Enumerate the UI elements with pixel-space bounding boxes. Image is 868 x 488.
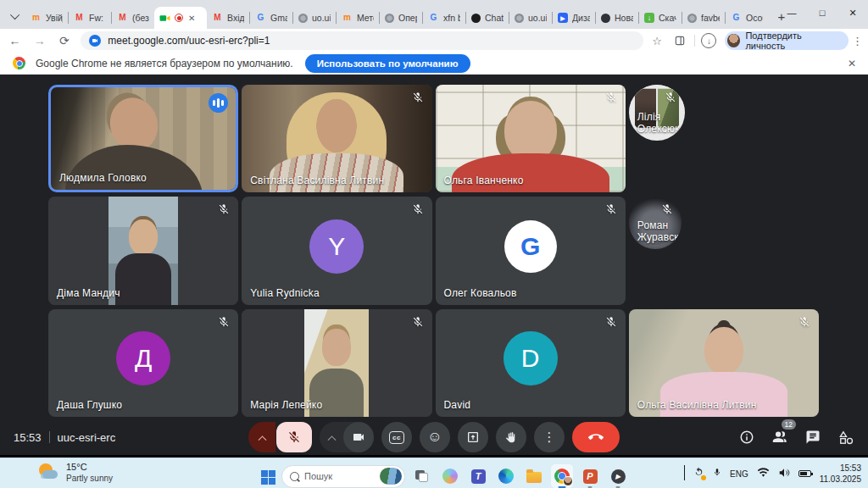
powerpoint-icon[interactable]: P — [579, 464, 601, 488]
activities-button[interactable] — [836, 427, 856, 447]
globe-favicon — [515, 14, 524, 23]
participant-tile-1[interactable]: Людмила Головко — [48, 85, 238, 192]
chrome-icon-active[interactable] — [551, 464, 573, 488]
banner-close-icon[interactable]: ✕ — [848, 58, 856, 69]
tab-15[interactable]: ↓Скач — [639, 7, 682, 29]
mic-mute-button[interactable] — [276, 422, 312, 452]
participant-tile-6[interactable]: YYulia Rydnicka — [242, 197, 431, 304]
system-tray: ENG 15:53 11.03.2025 — [684, 458, 861, 488]
tab-6[interactable]: GGmai — [250, 7, 292, 29]
call-controls: cc ☺ ⋮ — [248, 422, 620, 452]
language-indicator[interactable]: ENG — [730, 469, 748, 479]
forward-button[interactable]: → — [30, 30, 49, 51]
participant-tile-4[interactable]: Лілія Олексюк — [629, 85, 685, 141]
browser-menu-icon[interactable]: ⋮ — [852, 35, 863, 47]
tab-12[interactable]: uo.ui — [509, 7, 552, 29]
tab-16[interactable]: favbe — [682, 7, 725, 29]
participant-tile-7[interactable]: GОлег Ковальов — [436, 197, 626, 304]
participant-name: Ольга Василівна Литвин — [637, 399, 757, 411]
taskbar-search[interactable]: Пошук — [281, 465, 405, 488]
tab-list-chevron-icon[interactable] — [7, 5, 25, 27]
participant-tile-9[interactable]: ДДаша Глушко — [48, 309, 238, 417]
mic-muted-icon — [798, 316, 810, 331]
window-maximize-button[interactable]: □ — [807, 0, 837, 25]
reactions-button[interactable]: ☺ — [420, 422, 450, 452]
tab-14[interactable]: Нова — [596, 7, 638, 29]
raise-hand-button[interactable] — [496, 422, 526, 452]
tab-8[interactable]: mМето — [337, 7, 379, 29]
weather-temp: 15°C — [66, 462, 113, 474]
bookmark-star-icon[interactable]: ☆ — [648, 31, 666, 50]
start-button[interactable] — [261, 470, 275, 485]
copilot-button[interactable] — [439, 464, 461, 488]
participant-avatar: D — [504, 331, 558, 385]
tab-label: Увійд — [46, 13, 63, 23]
more-options-button[interactable]: ⋮ — [534, 422, 565, 452]
address-bar[interactable]: meet.google.com/uuc-esri-erc?pli=1 — [81, 31, 643, 50]
tray-microphone-icon[interactable] — [713, 466, 721, 481]
captions-button[interactable]: cc — [381, 422, 412, 452]
set-default-browser-button[interactable]: Использовать по умолчанию — [305, 54, 470, 73]
taskbar-center: Пошук T P ▶ — [261, 461, 629, 488]
tab-10[interactable]: Gxfn b — [423, 7, 465, 29]
window-minimize-button[interactable]: — — [776, 0, 807, 25]
tab-17[interactable]: GОсоб — [726, 7, 768, 29]
participant-tile-5[interactable]: Діма Мандич — [48, 197, 238, 304]
chat-button[interactable] — [803, 427, 823, 447]
end-call-button[interactable] — [572, 422, 620, 452]
downloads-button[interactable]: ↓ — [700, 31, 718, 50]
file-explorer-icon[interactable] — [523, 464, 545, 488]
onedrive-sync-icon[interactable] — [693, 467, 704, 480]
edge-icon[interactable] — [495, 464, 517, 488]
people-button[interactable]: 12 — [770, 427, 790, 447]
tab-close-icon[interactable]: ✕ — [188, 14, 195, 23]
moodle-favicon: m — [31, 13, 42, 24]
participant-name: Yulia Rydnicka — [250, 287, 320, 299]
weather-widget[interactable]: 15°C Partly sunny — [37, 462, 113, 484]
participant-tile-8[interactable]: Роман Журавский — [629, 197, 682, 249]
side-panel-icon[interactable] — [671, 31, 689, 50]
tab-label: Fw: p — [89, 13, 106, 23]
present-button[interactable] — [458, 422, 488, 452]
participant-tile-3[interactable]: Ольга Іванченко — [436, 85, 626, 192]
back-button[interactable]: ← — [5, 30, 25, 51]
tray-clock[interactable]: 15:53 11.03.2025 — [820, 463, 861, 485]
tab-13[interactable]: ▶Диза — [553, 7, 595, 29]
media-player-icon[interactable]: ▶ — [607, 464, 629, 488]
tab-3[interactable]: M(без — [112, 7, 154, 29]
tab-2[interactable]: MFw: p — [69, 7, 111, 29]
screen: mУвійдMFw: pM(без✕MВхіднGGmaiuo.uimМетоО… — [0, 0, 868, 488]
participant-name: Роман Журавский — [637, 219, 682, 243]
chrome-logo-icon — [13, 57, 25, 69]
mic-muted-icon — [412, 203, 424, 219]
window-controls: — □ ✕ — [776, 0, 868, 25]
tab-9[interactable]: Опер — [380, 7, 422, 29]
volume-icon[interactable] — [778, 466, 790, 481]
tab-1[interactable]: mУвійд — [25, 7, 68, 29]
reload-button[interactable]: ⟳ — [54, 30, 74, 51]
search-placeholder: Пошук — [304, 471, 375, 481]
wifi-icon[interactable] — [757, 466, 770, 481]
tab-11[interactable]: Chat — [466, 7, 509, 29]
battery-icon[interactable] — [798, 470, 811, 477]
participant-tile-2[interactable]: Світлана Василівна Литвин — [242, 85, 431, 192]
teams-icon[interactable]: T — [467, 464, 489, 488]
camera-options-chevron[interactable] — [320, 422, 343, 452]
mic-options-chevron[interactable] — [248, 422, 275, 452]
camera-toggle-button[interactable] — [343, 422, 374, 452]
participant-tile-11[interactable]: DDavid — [436, 309, 626, 417]
banner-message: Google Chrome не является браузером по у… — [36, 58, 293, 69]
info-divider — [49, 431, 50, 443]
meeting-details-button[interactable] — [737, 427, 757, 447]
tab-active-meet[interactable]: ✕ — [154, 7, 207, 29]
profile-chip[interactable]: Подтвердить личность — [725, 31, 849, 50]
task-view-button[interactable] — [411, 464, 433, 488]
window-close-button[interactable]: ✕ — [837, 0, 868, 25]
tab-7[interactable]: uo.ui — [293, 7, 336, 29]
participant-tile-10[interactable]: Марія Лепейко — [242, 309, 431, 417]
tray-overflow-chevron[interactable] — [684, 466, 685, 481]
gmail-favicon: M — [74, 13, 85, 24]
search-icon — [290, 472, 299, 481]
tab-5[interactable]: MВхідн — [207, 7, 249, 29]
participant-tile-12[interactable]: Ольга Василівна Литвин — [629, 309, 819, 417]
